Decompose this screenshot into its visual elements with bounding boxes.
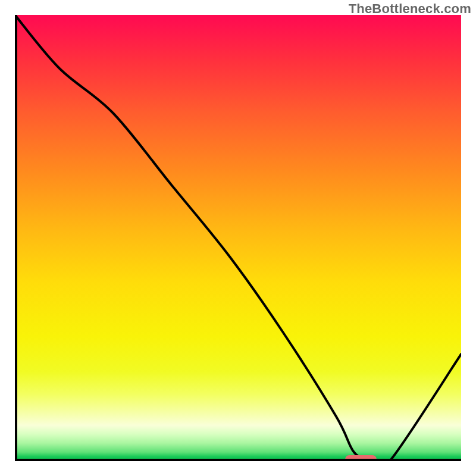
watermark-text: TheBottleneck.com [349,1,471,17]
chart-container: TheBottleneck.com [0,0,476,476]
plot-area [15,15,461,461]
optimal-marker [345,455,377,461]
bottleneck-curve [15,15,461,461]
